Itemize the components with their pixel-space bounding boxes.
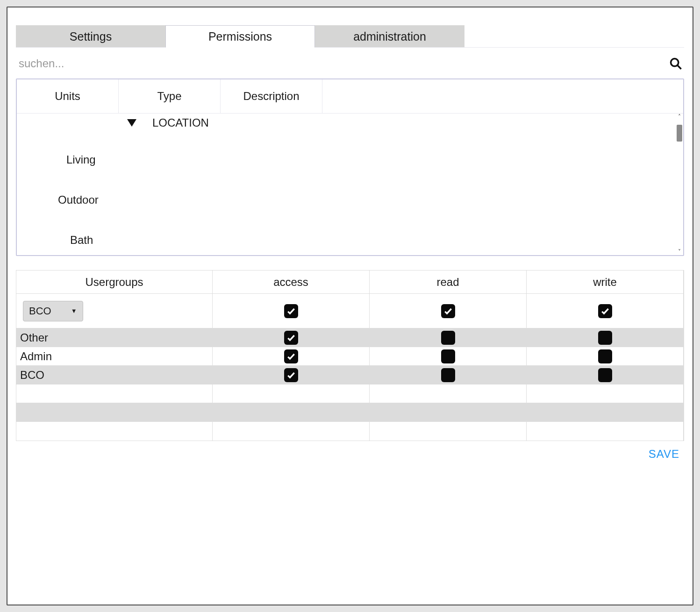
permissions-row-empty	[16, 384, 684, 403]
permissions-row: BCO ▼	[16, 294, 684, 328]
usergroup-cell: BCO	[16, 366, 213, 384]
tree-item[interactable]: Living	[21, 146, 683, 173]
collapse-icon[interactable]	[127, 118, 136, 128]
read-checkbox[interactable]	[441, 349, 455, 363]
access-checkbox[interactable]	[284, 349, 298, 363]
column-header-read[interactable]: read	[370, 270, 527, 293]
permissions-row: BCO	[16, 366, 684, 384]
empty-cell	[527, 403, 684, 421]
chevron-down-icon: ▼	[71, 307, 77, 314]
permissions-header-row: Usergroups access read write	[16, 270, 684, 294]
tab-settings[interactable]: Settings	[16, 25, 165, 48]
empty-cell	[213, 422, 370, 441]
read-checkbox[interactable]	[441, 331, 455, 345]
tabs-underline	[16, 47, 684, 48]
dropdown-value: BCO	[29, 305, 51, 317]
read-checkbox[interactable]	[441, 368, 455, 382]
write-checkbox[interactable]	[598, 331, 612, 345]
column-header-write[interactable]: write	[527, 270, 684, 293]
permissions-row: Admin	[16, 347, 684, 366]
save-button[interactable]: SAVE	[649, 448, 679, 461]
usergroup-cell	[16, 422, 213, 441]
access-checkbox[interactable]	[284, 331, 298, 345]
write-checkbox[interactable]	[598, 349, 612, 363]
search-icon[interactable]	[669, 57, 682, 70]
column-header-usergroups[interactable]: Usergroups	[16, 270, 213, 293]
tree-item-label: Outdoor	[58, 193, 99, 206]
svg-marker-2	[127, 119, 136, 127]
tab-administration[interactable]: administration	[315, 25, 464, 48]
scroll-down-icon[interactable]: ˅	[678, 249, 681, 255]
usergroup-cell: Admin	[16, 347, 213, 365]
usergroup-dropdown[interactable]: BCO ▼	[23, 301, 83, 321]
tab-label: administration	[353, 30, 426, 43]
empty-cell	[370, 403, 527, 421]
empty-cell	[213, 403, 370, 421]
tree-body: LOCATION Living Outdoor Bath ˄ ˅	[17, 114, 683, 255]
permissions-table: Usergroups access read write BCO ▼ Other	[16, 270, 684, 441]
scroll-thumb[interactable]	[677, 125, 682, 142]
permissions-row: Other	[16, 328, 684, 347]
dialog-footer: SAVE	[16, 441, 684, 461]
access-checkbox[interactable]	[284, 304, 298, 318]
permissions-row-empty	[16, 422, 684, 441]
usergroup-cell	[16, 384, 213, 403]
tree-item-label: Bath	[70, 234, 93, 247]
unit-tree-panel: Units Type Description LOCATION Living O…	[16, 78, 684, 256]
tree-header: Units Type Description	[17, 79, 683, 114]
access-checkbox[interactable]	[284, 368, 298, 382]
usergroup-cell: BCO ▼	[16, 294, 213, 328]
write-checkbox[interactable]	[598, 368, 612, 382]
permissions-row-empty	[16, 403, 684, 422]
empty-cell	[370, 384, 527, 403]
empty-cell	[370, 422, 527, 441]
column-header-access[interactable]: access	[213, 270, 370, 293]
tab-label: Settings	[70, 30, 112, 43]
search-input[interactable]	[18, 54, 664, 73]
tree-scrollbar[interactable]: ˄ ˅	[676, 114, 683, 255]
scroll-track[interactable]	[676, 120, 683, 249]
tree-item[interactable]: Bath	[21, 227, 683, 254]
usergroup-cell: Other	[16, 328, 213, 347]
tab-label: Permissions	[208, 30, 272, 43]
tree-item-label: Living	[66, 153, 96, 166]
svg-point-0	[671, 59, 679, 66]
column-header-description[interactable]: Description	[221, 79, 322, 113]
tree-group-label: LOCATION	[152, 116, 209, 129]
column-header-type[interactable]: Type	[119, 79, 221, 113]
tab-bar: Settings Permissions administration	[16, 25, 684, 48]
column-header-units[interactable]: Units	[17, 79, 119, 113]
permissions-dialog: Settings Permissions administration Unit…	[7, 7, 693, 605]
empty-cell	[527, 422, 684, 441]
search-row	[16, 53, 684, 74]
tree-item[interactable]: Outdoor	[21, 186, 683, 213]
write-checkbox[interactable]	[598, 304, 612, 318]
scroll-up-icon[interactable]: ˄	[678, 114, 681, 120]
read-checkbox[interactable]	[441, 304, 455, 318]
empty-cell	[213, 384, 370, 403]
svg-line-1	[678, 65, 681, 69]
tree-group-row[interactable]: LOCATION	[21, 114, 683, 132]
tab-permissions[interactable]: Permissions	[165, 25, 315, 48]
usergroup-cell	[16, 403, 213, 421]
empty-cell	[527, 384, 684, 403]
